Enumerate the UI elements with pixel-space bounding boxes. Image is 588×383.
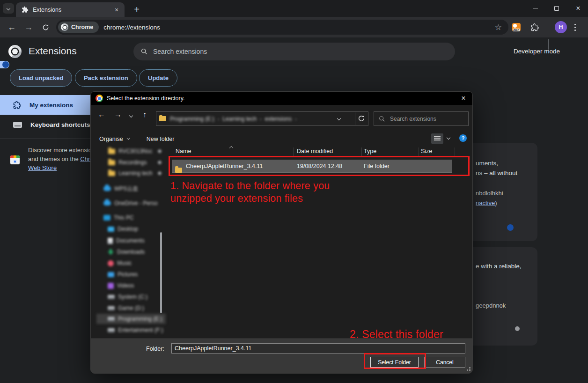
update-button[interactable]: Update xyxy=(139,69,177,87)
tree-item-label: Learning tech xyxy=(118,170,153,177)
address-bar[interactable]: Chrome chrome://extensions ☆ xyxy=(56,20,508,35)
tree-item[interactable]: Learning tech xyxy=(96,168,166,178)
select-directory-dialog: Select the extension directory. × ← → ↑ … xyxy=(90,91,473,373)
tree-item[interactable]: Videos xyxy=(96,280,166,291)
bookmark-star-icon[interactable]: ☆ xyxy=(495,22,502,32)
column-header-size[interactable]: Size xyxy=(421,148,432,155)
back-button[interactable]: ← xyxy=(4,17,20,37)
dialog-close-button[interactable]: × xyxy=(458,94,469,103)
breadcrumb-segment[interactable]: Programming (E:) xyxy=(170,116,214,122)
tree-item[interactable]: OneDrive - Perso xyxy=(96,198,166,208)
tree-item[interactable]: System (C:) xyxy=(96,292,166,302)
resize-grip[interactable] xyxy=(469,369,470,371)
annotation-step2: 2. Select this folder xyxy=(350,328,443,341)
folder-icon xyxy=(108,171,115,176)
tree-item[interactable]: Pictures xyxy=(96,269,166,280)
card-id: geepdnnok xyxy=(476,302,506,309)
tree-item-label: Recordings xyxy=(118,159,147,166)
tree-item[interactable]: Entertainment (F:) xyxy=(96,325,166,335)
window-maximize-button[interactable] xyxy=(546,0,567,16)
developer-mode-toggle[interactable] xyxy=(0,61,9,68)
pane-divider xyxy=(166,147,166,337)
tree-item[interactable]: RVC3013Nsc xyxy=(96,146,166,156)
tree-item[interactable]: Game (D:) xyxy=(96,303,166,313)
folder-field-label: Folder: xyxy=(146,346,164,352)
window-minimize-button[interactable] xyxy=(524,0,546,16)
tab-close-icon[interactable]: × xyxy=(112,6,121,14)
reload-icon xyxy=(42,24,49,31)
music-icon xyxy=(108,260,114,266)
dialog-refresh-button[interactable] xyxy=(358,115,365,124)
view-mode-button[interactable] xyxy=(431,133,443,144)
card-description: ns – all without xyxy=(476,169,517,177)
tree-item[interactable]: WPS云盘 xyxy=(96,184,166,194)
load-unpacked-button[interactable]: Load unpacked xyxy=(10,69,72,87)
browser-toolbar: ← → Chrome chrome://extensions ☆ H xyxy=(0,17,588,37)
reload-button[interactable] xyxy=(37,17,53,37)
search-icon xyxy=(379,116,385,122)
breadcrumb-bar[interactable]: Programming (E:)› Learning tech› extensi… xyxy=(156,111,368,126)
tree-item[interactable]: Desktop xyxy=(96,224,166,234)
column-header-type[interactable]: Type xyxy=(364,148,376,155)
extensions-search[interactable] xyxy=(133,43,455,60)
sidebar-item-label: My extensions xyxy=(29,102,73,109)
tree-item-label: Pictures xyxy=(118,271,138,278)
browser-window: Extensions × + × ← → Chrome chrome://ext… xyxy=(0,0,588,383)
tree-item[interactable]: Music xyxy=(96,258,166,268)
extension-shortcut-jnlp[interactable] xyxy=(512,17,521,37)
chrome-badge-label: Chrome xyxy=(71,24,93,30)
tree-item-label: Music xyxy=(117,260,132,266)
close-icon: × xyxy=(576,5,580,12)
column-divider[interactable] xyxy=(455,147,455,157)
tree-item[interactable]: This PC xyxy=(96,213,166,223)
breadcrumb-divider xyxy=(355,112,355,125)
cancel-button[interactable]: Cancel xyxy=(424,357,465,368)
developer-mode-label: Developer mode xyxy=(514,48,560,55)
browser-menu-button[interactable] xyxy=(574,17,576,37)
tree-item-label: OneDrive - Perso xyxy=(114,200,158,206)
tree-item-label: Documents xyxy=(116,237,145,244)
tree-item-selected[interactable]: Programming (E:) xyxy=(96,314,166,324)
dialog-search[interactable] xyxy=(374,111,469,126)
tree-item-label: This PC xyxy=(114,214,134,221)
extensions-search-input[interactable] xyxy=(153,48,448,55)
profile-button[interactable]: H xyxy=(555,17,567,37)
cloud-icon xyxy=(103,201,111,206)
column-divider[interactable] xyxy=(293,147,294,157)
refresh-icon xyxy=(358,115,365,122)
drive-icon xyxy=(108,328,115,332)
column-header-name[interactable]: Name xyxy=(176,148,191,155)
forward-button[interactable]: → xyxy=(21,17,37,37)
tab-search-button[interactable] xyxy=(3,3,14,14)
new-tab-button[interactable]: + xyxy=(130,3,143,16)
breadcrumb-segment[interactable]: extensions xyxy=(265,116,292,122)
dialog-search-input[interactable] xyxy=(390,116,463,122)
browser-tab[interactable]: Extensions × xyxy=(16,2,125,17)
tree-item-label: System (C:) xyxy=(118,294,147,300)
extensions-menu-button[interactable] xyxy=(531,17,539,37)
column-divider[interactable] xyxy=(419,147,419,157)
tree-item[interactable]: Documents xyxy=(96,236,166,246)
breadcrumb-segment[interactable]: Learning tech xyxy=(222,116,257,122)
annotation-step1-line1: 1. Navigate to the folder where you xyxy=(170,180,330,192)
tree-item[interactable]: Recordings xyxy=(96,157,166,168)
folder-name-input[interactable] xyxy=(171,343,465,354)
help-button[interactable]: ? xyxy=(459,134,467,142)
puzzle-icon xyxy=(13,101,21,109)
tree-item-label: Game (D:) xyxy=(118,305,144,311)
card-id: nbdlolhkhi xyxy=(476,190,503,197)
column-divider[interactable] xyxy=(361,147,362,157)
tree-item[interactable]: Downloads xyxy=(96,247,166,257)
column-header-date[interactable]: Date modified xyxy=(297,148,333,155)
chrome-logo-icon xyxy=(61,23,68,31)
annotation-box-folder-row xyxy=(169,156,470,176)
drive-icon xyxy=(108,317,115,321)
url-text[interactable]: chrome://extensions xyxy=(103,24,495,31)
downloads-icon xyxy=(108,249,114,255)
card-inspect-link[interactable]: nactive) xyxy=(476,199,497,206)
tree-scrollbar[interactable] xyxy=(160,232,162,313)
tree-item-label: Downloads xyxy=(117,249,145,255)
pack-extension-button[interactable]: Pack extension xyxy=(75,69,137,87)
window-close-button[interactable]: × xyxy=(567,0,588,16)
sort-ascending-icon xyxy=(229,146,233,150)
